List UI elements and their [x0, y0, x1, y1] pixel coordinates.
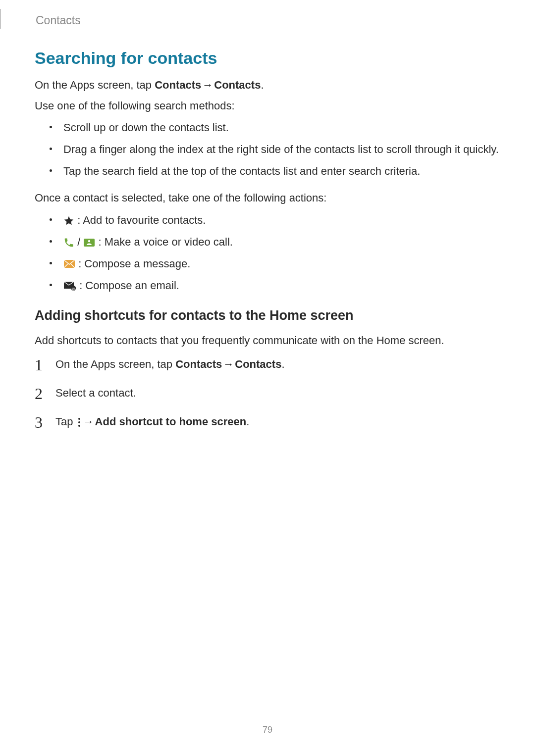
svg-point-9 [78, 418, 80, 420]
svg-text:@: @ [71, 287, 75, 291]
step-number: 2 [35, 382, 43, 406]
subheading: Adding shortcuts for contacts to the Hom… [35, 308, 500, 323]
list-item: Scroll up or down the contacts list. [35, 119, 500, 136]
bullet-icon [50, 262, 52, 264]
more-options-icon [76, 417, 82, 427]
phone-icon [63, 237, 74, 248]
action-msg-text: : Compose a message. [78, 257, 190, 270]
svg-marker-0 [64, 216, 73, 225]
action-fav-text: : Add to favourite contacts. [77, 214, 206, 226]
list-item: : Compose a message. [35, 255, 500, 272]
list-item: Tap the search field at the top of the c… [35, 163, 500, 180]
step-item: 2 Select a contact. [35, 385, 500, 402]
header-rule [0, 9, 9, 29]
video-call-icon [83, 237, 95, 248]
bullet-icon [50, 240, 52, 243]
intro-bold-1: Contacts [155, 79, 201, 91]
actions-list: : Add to favourite contacts. / : Make a … [35, 212, 500, 294]
star-icon [63, 215, 74, 226]
page-title: Searching for contacts [35, 49, 500, 68]
separator: / [77, 236, 83, 248]
bullet-icon [50, 218, 52, 221]
action-call-text: : Make a voice or video call. [98, 236, 232, 248]
bullet-icon [50, 169, 52, 172]
bullet-icon [50, 126, 52, 128]
intro-line-2: Use one of the following search methods: [35, 98, 500, 114]
list-item: : Add to favourite contacts. [35, 212, 500, 229]
list-item: / : Make a voice or video call. [35, 234, 500, 251]
intro-bold-2: Contacts [214, 79, 261, 91]
step-text: Select a contact. [55, 387, 136, 399]
header-section-label: Contacts [36, 14, 81, 27]
sub-intro: Add shortcuts to contacts that you frequ… [35, 332, 500, 349]
list-item-text: Scroll up or down the contacts list. [63, 121, 229, 134]
step-bold: Add shortcut to home screen [95, 415, 247, 428]
intro-prefix: On the Apps screen, tap [35, 79, 155, 91]
list-item-text: Tap the search field at the top of the c… [63, 165, 420, 177]
svg-point-11 [78, 425, 80, 427]
action-email-text: : Compose an email. [79, 279, 179, 292]
step-suffix: . [246, 415, 249, 428]
email-icon: @ [63, 281, 76, 291]
list-item: @ : Compose an email. [35, 277, 500, 294]
intro-suffix: . [261, 79, 264, 91]
step-number: 3 [35, 410, 43, 435]
once-selected-line: Once a contact is selected, take one of … [35, 190, 500, 206]
step-prefix: Tap [55, 415, 76, 428]
step-bold-1: Contacts [175, 358, 222, 370]
svg-point-10 [78, 421, 80, 423]
arrow-icon: → [222, 356, 235, 373]
list-item: Drag a finger along the index at the rig… [35, 141, 500, 158]
step-number: 1 [35, 353, 43, 378]
bullet-icon [50, 148, 52, 150]
list-item-text: Drag a finger along the index at the rig… [63, 143, 499, 155]
arrow-icon: → [201, 77, 214, 94]
steps-list: 1 On the Apps screen, tap Contacts → Con… [35, 356, 500, 430]
step-suffix: . [281, 358, 284, 370]
svg-point-2 [88, 240, 90, 242]
search-methods-list: Scroll up or down the contacts list. Dra… [35, 119, 500, 180]
message-icon [63, 259, 75, 269]
intro-line-1: On the Apps screen, tap Contacts → Conta… [35, 77, 500, 94]
page-number: 79 [0, 725, 535, 735]
step-bold-2: Contacts [235, 358, 281, 370]
step-item: 3 Tap → Add shortcut to home screen. [35, 413, 500, 430]
step-item: 1 On the Apps screen, tap Contacts → Con… [35, 356, 500, 373]
arrow-icon: → [82, 413, 95, 430]
step-prefix: On the Apps screen, tap [55, 358, 175, 370]
bullet-icon [50, 284, 52, 286]
svg-rect-1 [84, 239, 95, 247]
